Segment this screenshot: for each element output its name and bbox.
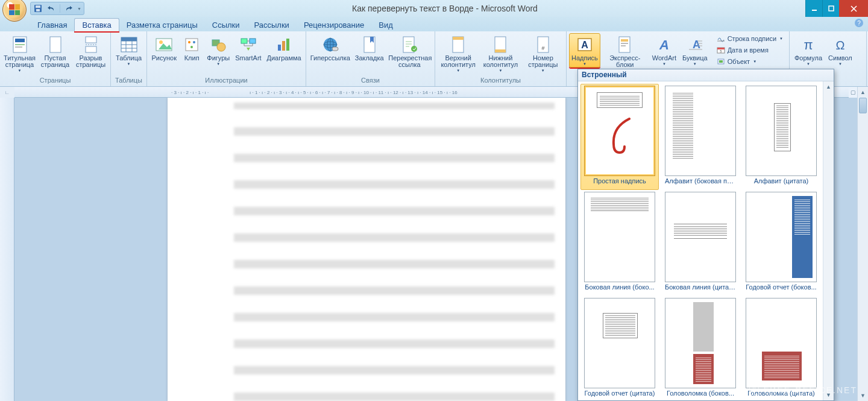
footer-button[interactable]: Нижний колонтитул▼ — [480, 33, 521, 74]
undo-icon[interactable] — [46, 4, 56, 13]
save-icon[interactable] — [33, 4, 43, 13]
bookmark-icon — [360, 35, 379, 54]
bookmark-button[interactable]: Закладка — [353, 33, 386, 63]
tab-view[interactable]: Вид — [371, 19, 400, 31]
tab-review[interactable]: Рецензирование — [297, 19, 371, 31]
smartart-icon — [239, 35, 258, 54]
crossref-button[interactable]: Перекрестная ссылка — [387, 33, 432, 70]
svg-text:A: A — [581, 40, 588, 50]
gallery-item-simple-textbox[interactable]: Простая надпись — [580, 84, 659, 190]
group-pages-label: Страницы — [0, 77, 110, 86]
scroll-thumb[interactable] — [859, 98, 867, 113]
clip-button[interactable]: Клип — [180, 33, 204, 63]
symbol-icon: Ω — [831, 35, 850, 54]
cover-page-icon — [10, 35, 30, 54]
gallery-item-annual-quote[interactable]: Годовой отчет (цитата) — [580, 296, 659, 400]
group-pages: Титульная страница▼ Пустая страница Разр… — [0, 31, 111, 86]
chart-icon — [274, 35, 294, 54]
blank-page-button[interactable]: Пустая страница — [38, 33, 72, 70]
tab-home[interactable]: Главная — [30, 19, 74, 31]
svg-text:Ω: Ω — [835, 39, 844, 52]
svg-point-18 — [188, 41, 190, 43]
watermark: FREE-OFFICE.NET — [749, 385, 857, 395]
picture-button[interactable]: Рисунок — [149, 33, 179, 63]
svg-rect-45 — [621, 43, 628, 44]
smartart-button[interactable]: SmartArt — [233, 33, 263, 63]
crossref-icon — [400, 35, 419, 54]
quick-access-toolbar: ▼ — [30, 0, 84, 17]
svg-rect-53 — [719, 60, 723, 63]
qat-customize-icon[interactable]: ▼ — [77, 7, 81, 11]
header-button[interactable]: Верхний колонтитул▼ — [438, 33, 479, 74]
svg-rect-9 — [50, 37, 61, 52]
vertical-ruler[interactable] — [0, 98, 14, 401]
hyperlink-button[interactable]: Гиперссылка — [309, 33, 352, 63]
wordart-button[interactable]: AWordArt▼ — [650, 33, 679, 68]
document-page[interactable] — [168, 98, 565, 401]
datetime-button[interactable]: 5Дата и время — [714, 45, 785, 55]
gallery-grid: Простая надпись Алфавит (боковая по... А… — [578, 81, 823, 400]
quickparts-button[interactable]: Экспресс-блоки▼ — [602, 33, 649, 74]
svg-rect-13 — [121, 37, 137, 41]
svg-rect-3 — [812, 10, 817, 11]
ribbon-tabs: Главная Вставка Разметка страницы Ссылки… — [0, 17, 868, 31]
svg-rect-25 — [278, 45, 281, 51]
svg-rect-1 — [36, 5, 40, 8]
textbox-button[interactable]: AНадпись▼ — [569, 33, 600, 68]
table-button[interactable]: Таблица▼ — [113, 33, 144, 68]
pagenum-button[interactable]: #Номер страницы▼ — [523, 33, 564, 74]
textbox-icon: A — [575, 35, 594, 54]
vertical-scrollbar[interactable]: ▲ ▼ — [857, 87, 868, 401]
symbol-button[interactable]: ΩСимвол▼ — [826, 33, 855, 68]
textbox-gallery: Встроенный Простая надпись Алфавит (боко… — [577, 69, 834, 401]
svg-rect-31 — [332, 47, 338, 51]
redo-icon[interactable] — [64, 4, 74, 13]
scroll-up-icon[interactable]: ▲ — [858, 87, 868, 98]
gallery-item-alphabet-side[interactable]: Алфавит (боковая по... — [661, 84, 740, 190]
ruler-corner[interactable]: ∟ — [0, 87, 14, 98]
gallery-scrollbar[interactable]: ▲ ▼ — [823, 81, 834, 400]
gallery-scroll-up-icon[interactable]: ▲ — [823, 81, 834, 92]
page-break-button[interactable]: Разрыв страницы — [74, 33, 108, 70]
tab-page-layout[interactable]: Разметка страницы — [119, 19, 205, 31]
object-button[interactable]: Объект▼ — [714, 56, 785, 67]
object-icon — [716, 57, 726, 66]
gallery-item-sideline-side[interactable]: Боковая линия (боко... — [580, 190, 659, 296]
svg-point-34 — [411, 46, 417, 52]
tab-references[interactable]: Ссылки — [205, 19, 247, 31]
help-icon[interactable]: ? — [855, 19, 863, 27]
quickparts-icon — [615, 35, 635, 54]
svg-text:A: A — [693, 39, 700, 51]
maximize-button[interactable] — [822, 0, 839, 17]
gallery-item-annual-side[interactable]: Годовой отчет (боков... — [742, 190, 820, 296]
equation-button[interactable]: πФормула▼ — [792, 33, 825, 68]
shapes-button[interactable]: Фигуры▼ — [205, 33, 232, 68]
datetime-icon: 5 — [716, 46, 726, 54]
ruler-toggle[interactable]: ▢ — [849, 87, 857, 98]
gallery-item-puzzle-side[interactable]: Головоломка (боков... — [661, 296, 740, 400]
svg-rect-11 — [86, 46, 96, 52]
cover-page-button[interactable]: Титульная страница▼ — [2, 33, 37, 74]
tab-mailings[interactable]: Рассылки — [247, 19, 297, 31]
svg-rect-17 — [186, 39, 198, 51]
svg-point-19 — [193, 41, 195, 43]
group-tables: Таблица▼ Таблицы — [111, 31, 147, 86]
chart-button[interactable]: Диаграмма — [265, 33, 303, 63]
group-links-label: Связи — [306, 77, 435, 86]
signature-button[interactable]: Строка подписи▼ — [714, 33, 785, 44]
svg-rect-46 — [621, 45, 626, 46]
svg-rect-4 — [829, 6, 834, 11]
tab-insert[interactable]: Вставка — [74, 18, 119, 31]
scroll-down-icon[interactable]: ▼ — [858, 390, 868, 401]
signature-icon — [716, 34, 726, 43]
dropcap-button[interactable]: AБуквица▼ — [680, 33, 710, 68]
shapes-icon — [209, 35, 228, 54]
close-button[interactable] — [839, 0, 868, 17]
svg-text:π: π — [804, 37, 813, 52]
svg-point-16 — [159, 40, 163, 44]
minimize-button[interactable] — [805, 0, 822, 17]
gallery-heading: Встроенный — [578, 69, 834, 81]
window-controls — [805, 0, 868, 17]
gallery-item-sideline-quote[interactable]: Боковая линия (цитата) — [661, 190, 740, 296]
gallery-item-alphabet-quote[interactable]: Алфавит (цитата) — [742, 84, 820, 190]
